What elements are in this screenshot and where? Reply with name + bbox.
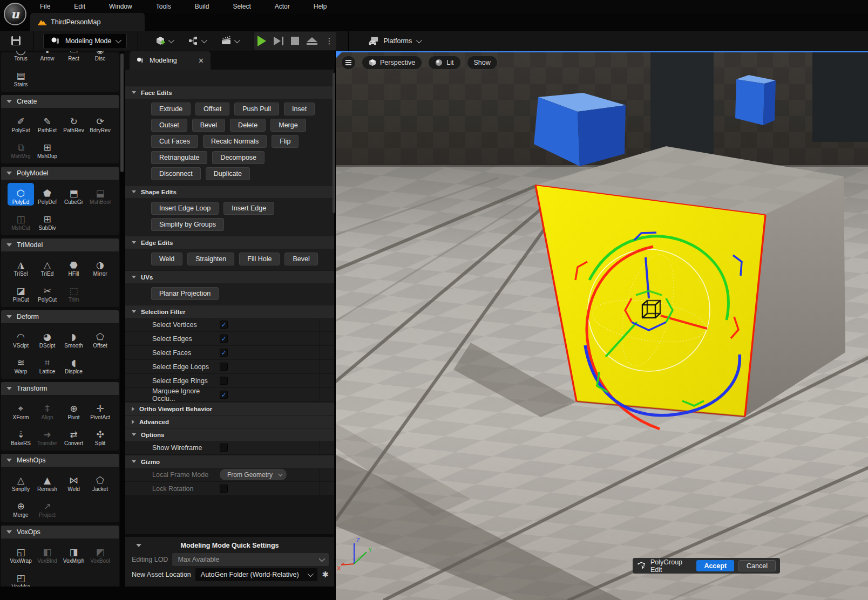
tool-trisel[interactable]: ◮TriSel: [8, 255, 34, 277]
tool-polyed[interactable]: ⬡PolyEd: [8, 183, 34, 206]
menu-edit[interactable]: Edit: [69, 1, 91, 12]
tool-voxwrap[interactable]: ◱VoxWrap: [8, 542, 34, 564]
editor-mode-dropdown[interactable]: Modeling Mode: [43, 33, 127, 49]
modeling-panel-tab[interactable]: Modeling ✕: [130, 51, 211, 70]
tool-displce[interactable]: ◖Displce: [60, 352, 87, 375]
tool-polydef[interactable]: ⬟PolyDef: [34, 183, 60, 206]
tool-xform[interactable]: ⌖XForm: [8, 398, 34, 421]
editing-lod-dropdown[interactable]: Max Available: [172, 553, 329, 566]
select-edges-checkbox[interactable]: [220, 335, 228, 343]
tool-cubegr[interactable]: ⬒CubeGr: [60, 183, 87, 206]
tool-remesh[interactable]: ▲Remesh: [34, 470, 60, 493]
btn-planar-projection[interactable]: Planar Projection: [151, 287, 219, 300]
btn-offset[interactable]: Offset: [195, 103, 229, 115]
section-header-ortho-viewport-behavior[interactable]: Ortho Viewport Behavior: [125, 403, 334, 415]
btn-weld[interactable]: Weld: [151, 253, 182, 265]
tool-vsclpt[interactable]: ◠VSclpt: [8, 326, 34, 349]
tool-simplfy[interactable]: △Simplfy: [8, 470, 34, 493]
btn-fill-hole[interactable]: Fill Hole: [239, 253, 280, 265]
select-faces-checkbox[interactable]: [220, 349, 228, 357]
btn-cut-faces[interactable]: Cut Faces: [151, 135, 198, 148]
select-edge-loops-checkbox[interactable]: [220, 363, 228, 371]
tool-pivotact[interactable]: ✛PivotAct: [87, 398, 113, 421]
tool-weld[interactable]: ⋈Weld: [60, 470, 87, 493]
btn-duplicate[interactable]: Duplicate: [206, 167, 250, 180]
btn-decompose[interactable]: Decompose: [212, 151, 265, 164]
quick-settings-header[interactable]: Modeling Mode Quick Settings: [125, 539, 334, 552]
settings-gear-icon[interactable]: ✱: [322, 571, 329, 579]
btn-push-pull[interactable]: Push Pull: [234, 103, 279, 115]
play-icon[interactable]: [257, 36, 266, 46]
cinematics-button[interactable]: [217, 33, 242, 49]
stop-icon[interactable]: [291, 37, 299, 45]
edited-cube[interactable]: [535, 146, 845, 417]
tool-hfill[interactable]: ⬣HFill: [60, 255, 87, 277]
unreal-logo-icon[interactable]: u: [4, 3, 26, 25]
tool-pathext[interactable]: ✎PathExt: [34, 111, 60, 134]
level-tab[interactable]: ThirdPersonMap: [30, 13, 145, 31]
menu-actor[interactable]: Actor: [269, 1, 295, 12]
tool-bdryrev[interactable]: ⟳BdryRev: [87, 111, 113, 134]
section-header-face-edits[interactable]: Face Edits: [125, 86, 334, 99]
play-options-icon[interactable]: ⋮: [325, 37, 333, 45]
tool-offset[interactable]: ⬠Offset: [87, 326, 113, 349]
tool-torus[interactable]: ◯Torus: [8, 51, 34, 62]
tool-rect[interactable]: ▭Rect: [60, 51, 87, 62]
btn-recalc-normals[interactable]: Recalc Normals: [203, 135, 267, 148]
tool-subdiv[interactable]: ⊞SubDiv: [34, 209, 60, 231]
btn-insert-edge-loop[interactable]: Insert Edge Loop: [151, 202, 219, 215]
btn-inset[interactable]: Inset: [284, 103, 315, 115]
tool-merge[interactable]: ⊕Merge: [8, 496, 34, 519]
tool-voxmrph[interactable]: ◨VoxMrph: [60, 542, 87, 564]
frame-skip-icon[interactable]: [274, 37, 283, 45]
btn-straighten[interactable]: Straighten: [187, 253, 234, 265]
blue-cube-right[interactable]: [735, 75, 776, 125]
lock-rotation-checkbox[interactable]: [220, 485, 228, 493]
panel-scrollbar[interactable]: [333, 73, 335, 213]
new-asset-location-dropdown[interactable]: AutoGen Folder (World-Relative): [195, 568, 318, 581]
menu-tools[interactable]: Tools: [151, 1, 177, 12]
section-header-gizmo[interactable]: Gizmo: [125, 455, 334, 468]
tool-smooth[interactable]: ◗Smooth: [60, 326, 87, 349]
3d-scene[interactable]: X Z Y: [336, 51, 868, 600]
lit-dropdown[interactable]: Lit: [428, 56, 460, 70]
menu-file[interactable]: File: [35, 1, 56, 12]
local-frame-mode-dropdown[interactable]: From Geometry: [220, 469, 287, 480]
section-header-create[interactable]: Create: [1, 95, 119, 108]
btn-delete[interactable]: Delete: [230, 119, 266, 132]
tool-polycut[interactable]: ✂PolyCut: [34, 281, 60, 303]
tool-lattice[interactable]: ⌗Lattice: [34, 352, 60, 375]
section-header-selection-filter[interactable]: Selection Filter: [125, 305, 334, 318]
platforms-dropdown[interactable]: Platforms: [368, 36, 421, 46]
tool-pivot[interactable]: ⊕Pivot: [60, 398, 87, 421]
tool-convert[interactable]: ⇄Convert: [60, 424, 87, 447]
section-header-uvs[interactable]: UVs: [125, 271, 334, 283]
tool-plncut[interactable]: ◪PlnCut: [8, 281, 34, 303]
section-header-transform[interactable]: Transform: [1, 382, 119, 395]
section-header-options[interactable]: Options: [125, 428, 334, 441]
btn-bevel[interactable]: Bevel: [192, 119, 225, 132]
btn-flip[interactable]: Flip: [272, 135, 299, 148]
tool-jacket[interactable]: ⬠Jacket: [87, 470, 113, 493]
btn-retriangulate[interactable]: Retriangulate: [151, 151, 207, 164]
section-header-advanced[interactable]: Advanced: [125, 415, 334, 428]
viewport-menu-button[interactable]: [341, 56, 356, 70]
btn-outset[interactable]: Outset: [151, 119, 187, 132]
tool-pathrev[interactable]: ↻PathRev: [60, 111, 87, 134]
section-header-voxops[interactable]: VoxOps: [1, 526, 119, 538]
eject-icon[interactable]: [307, 37, 317, 45]
sidebar-scrollbar[interactable]: [120, 53, 124, 172]
show-wireframe-checkbox[interactable]: [220, 444, 228, 452]
tool-polyext[interactable]: ✐PolyExt: [8, 111, 34, 134]
menu-build[interactable]: Build: [189, 1, 215, 12]
section-header-deform[interactable]: Deform: [1, 310, 119, 323]
save-button[interactable]: [8, 33, 24, 49]
tool-arrow[interactable]: ⬆Arrow: [34, 51, 60, 62]
btn-disconnect[interactable]: Disconnect: [151, 167, 201, 180]
btn-insert-edge[interactable]: Insert Edge: [223, 202, 274, 215]
tool-warp[interactable]: ≋Warp: [8, 352, 34, 375]
btn-extrude[interactable]: Extrude: [151, 103, 191, 115]
tool-voxmrg[interactable]: ◰VoxMrg: [8, 568, 34, 587]
select-vertices-checkbox[interactable]: [220, 321, 228, 329]
tool-tried[interactable]: △TriEd: [34, 255, 60, 277]
